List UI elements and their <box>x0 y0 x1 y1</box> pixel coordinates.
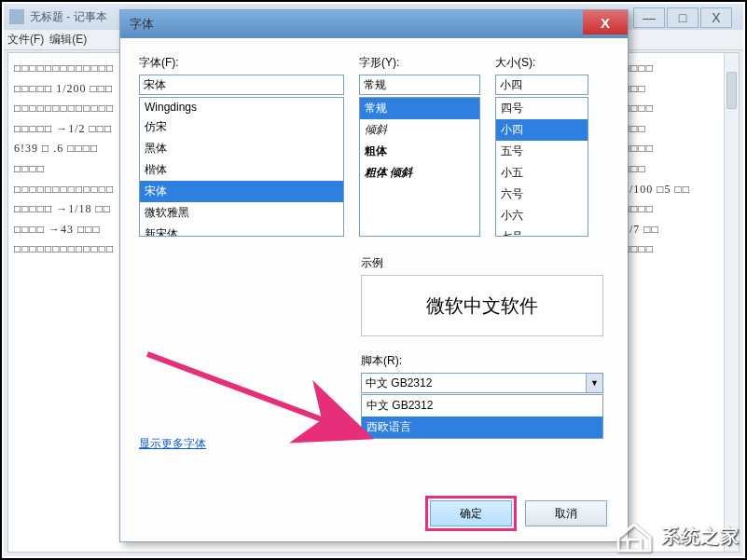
chevron-down-icon: ▼ <box>586 374 602 392</box>
script-option[interactable]: 中文 GB2312 <box>362 395 602 417</box>
list-item[interactable]: 仿宋 <box>140 116 343 138</box>
notepad-scrollbar[interactable] <box>724 53 739 552</box>
sample-group: 示例 微软中文软件 <box>361 255 603 336</box>
list-item[interactable]: 倾斜 <box>360 119 479 141</box>
list-item[interactable]: 小六 <box>496 205 588 226</box>
font-input[interactable] <box>139 75 344 95</box>
sample-label: 示例 <box>361 255 603 271</box>
style-listbox[interactable]: 常规倾斜粗体粗体 倾斜 <box>359 97 480 237</box>
style-label: 字形(Y): <box>359 55 480 71</box>
script-dropdown[interactable]: 中文 GB2312西欧语言 <box>361 394 603 439</box>
script-option[interactable]: 西欧语言 <box>362 417 602 438</box>
sample-box: 微软中文软件 <box>361 275 603 336</box>
list-item[interactable]: 六号 <box>496 184 588 205</box>
watermark-logo-icon <box>615 519 654 553</box>
cancel-button[interactable]: 取消 <box>525 500 607 526</box>
script-select[interactable]: 中文 GB2312 ▼ <box>361 373 603 393</box>
close-button[interactable]: X <box>700 7 732 28</box>
sample-text: 微软中文软件 <box>426 294 538 319</box>
list-item[interactable]: Wingdings <box>140 98 343 116</box>
dialog-title: 字体 <box>130 16 154 33</box>
dialog-titlebar: 字体 X <box>120 10 628 38</box>
dialog-close-button[interactable]: X <box>583 10 628 34</box>
minimize-button[interactable]: — <box>633 7 665 28</box>
list-item[interactable]: 宋体 <box>140 181 343 202</box>
watermark: 系统之家 <box>615 519 740 553</box>
list-item[interactable]: 黑体 <box>140 138 343 159</box>
menu-file[interactable]: 文件(F) <box>7 32 44 48</box>
font-listbox[interactable]: Wingdings仿宋黑体楷体宋体微软雅黑新宋体叶根友毛笔行书2.0版 <box>139 97 344 237</box>
list-item[interactable]: 常规 <box>360 98 479 119</box>
list-item[interactable]: 楷体 <box>140 159 343 181</box>
script-value: 中文 GB2312 <box>366 376 432 391</box>
close-icon: X <box>601 15 610 31</box>
list-item[interactable]: 小五 <box>496 162 588 184</box>
list-item[interactable]: 微软雅黑 <box>140 202 343 224</box>
list-item[interactable]: 粗体 倾斜 <box>360 162 479 184</box>
list-item[interactable]: 新宋体 <box>140 224 343 237</box>
list-item[interactable]: 七号 <box>496 226 588 237</box>
size-input[interactable] <box>495 75 588 95</box>
list-item[interactable]: 四号 <box>496 98 588 119</box>
list-item[interactable]: 五号 <box>496 141 588 162</box>
more-fonts-link[interactable]: 显示更多字体 <box>139 437 206 450</box>
size-label: 大小(S): <box>495 55 588 71</box>
notepad-icon <box>9 9 24 24</box>
notepad-title: 无标题 - 记事本 <box>30 9 107 25</box>
list-item[interactable]: 小四 <box>496 119 588 141</box>
maximize-button[interactable]: □ <box>667 7 699 28</box>
ok-button[interactable]: 确定 <box>430 500 512 526</box>
list-item[interactable]: 粗体 <box>360 141 479 162</box>
font-dialog: 字体 X 字体(F): Wingdings仿宋黑体楷体宋体微软雅黑新宋体叶根友毛… <box>119 9 629 542</box>
size-listbox[interactable]: 四号小四五号小五六号小六七号八号 <box>495 97 588 237</box>
menu-edit[interactable]: 编辑(E) <box>49 32 87 48</box>
style-input[interactable] <box>359 75 480 95</box>
script-label: 脚本(R): <box>361 353 603 369</box>
font-label: 字体(F): <box>139 55 344 71</box>
watermark-text: 系统之家 <box>661 524 740 549</box>
